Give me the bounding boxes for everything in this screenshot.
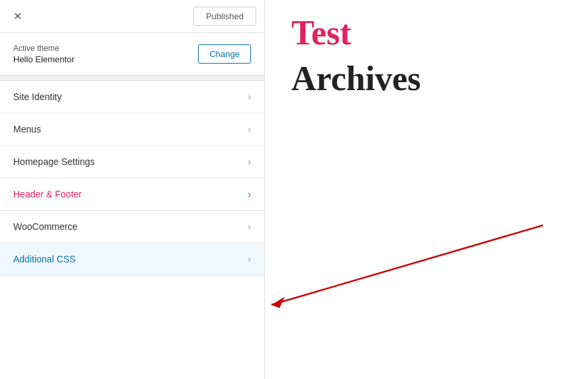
nav-item-label: WooCommerce [13,221,77,232]
section-divider [0,76,264,81]
nav-item-label: Homepage Settings [13,156,95,167]
nav-item-additional-css[interactable]: Additional CSS › [0,243,264,276]
chevron-right-icon: › [248,91,251,102]
right-panel: Test Archives [265,0,588,379]
nav-item-menus[interactable]: Menus › [0,113,264,146]
published-button[interactable]: Published [193,7,256,26]
nav-item-label: Header & Footer [13,189,82,199]
change-theme-button[interactable]: Change [198,44,251,64]
nav-item-site-identity[interactable]: Site Identity › [0,81,264,113]
theme-name: Hello Elementor [13,54,75,64]
preview-subtitle: Archives [291,59,562,98]
theme-info: Active theme Hello Elementor [13,44,75,64]
chevron-right-icon: › [248,124,251,135]
chevron-right-icon: › [248,189,251,199]
chevron-right-icon: › [248,254,251,264]
nav-item-header-footer[interactable]: Header & Footer › [0,178,264,211]
annotation-arrow [265,0,588,379]
svg-marker-1 [271,297,285,308]
left-panel: ✕ Published Active theme Hello Elementor… [0,0,265,379]
nav-item-label: Additional CSS [13,254,75,264]
theme-label: Active theme [13,44,75,53]
preview-title: Test [291,13,562,52]
nav-item-woocommerce[interactable]: WooCommerce › [0,211,264,243]
chevron-right-icon: › [248,221,251,232]
close-button[interactable]: ✕ [8,7,27,25]
active-theme-section: Active theme Hello Elementor Change [0,33,264,76]
nav-item-homepage-settings[interactable]: Homepage Settings › [0,146,264,178]
chevron-right-icon: › [248,156,251,167]
svg-line-0 [271,225,543,305]
panel-scroll-area: Active theme Hello Elementor Change Site… [0,33,264,379]
nav-item-label: Menus [13,124,41,135]
top-bar: ✕ Published [0,0,264,33]
nav-item-label: Site Identity [13,91,62,102]
